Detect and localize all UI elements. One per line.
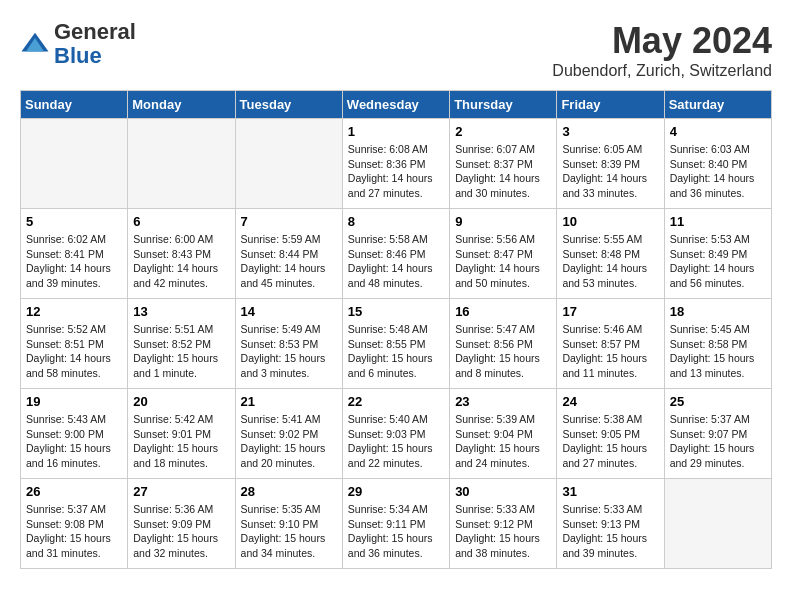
calendar-cell: 15Sunrise: 5:48 AM Sunset: 8:55 PM Dayli… bbox=[342, 299, 449, 389]
day-number: 23 bbox=[455, 394, 551, 409]
cell-info: Sunrise: 5:45 AM Sunset: 8:58 PM Dayligh… bbox=[670, 322, 766, 381]
weekday-header-tuesday: Tuesday bbox=[235, 91, 342, 119]
calendar-cell: 19Sunrise: 5:43 AM Sunset: 9:00 PM Dayli… bbox=[21, 389, 128, 479]
day-number: 8 bbox=[348, 214, 444, 229]
calendar-cell: 5Sunrise: 6:02 AM Sunset: 8:41 PM Daylig… bbox=[21, 209, 128, 299]
calendar-cell: 26Sunrise: 5:37 AM Sunset: 9:08 PM Dayli… bbox=[21, 479, 128, 569]
cell-info: Sunrise: 5:37 AM Sunset: 9:07 PM Dayligh… bbox=[670, 412, 766, 471]
day-number: 30 bbox=[455, 484, 551, 499]
page-header: General Blue May 2024 Dubendorf, Zurich,… bbox=[20, 20, 772, 80]
cell-info: Sunrise: 5:47 AM Sunset: 8:56 PM Dayligh… bbox=[455, 322, 551, 381]
day-number: 31 bbox=[562, 484, 658, 499]
cell-info: Sunrise: 6:08 AM Sunset: 8:36 PM Dayligh… bbox=[348, 142, 444, 201]
day-number: 1 bbox=[348, 124, 444, 139]
calendar-table: SundayMondayTuesdayWednesdayThursdayFrid… bbox=[20, 90, 772, 569]
weekday-header-wednesday: Wednesday bbox=[342, 91, 449, 119]
day-number: 10 bbox=[562, 214, 658, 229]
calendar-cell: 23Sunrise: 5:39 AM Sunset: 9:04 PM Dayli… bbox=[450, 389, 557, 479]
cell-info: Sunrise: 5:53 AM Sunset: 8:49 PM Dayligh… bbox=[670, 232, 766, 291]
calendar-week-2: 5Sunrise: 6:02 AM Sunset: 8:41 PM Daylig… bbox=[21, 209, 772, 299]
calendar-cell: 2Sunrise: 6:07 AM Sunset: 8:37 PM Daylig… bbox=[450, 119, 557, 209]
cell-info: Sunrise: 5:52 AM Sunset: 8:51 PM Dayligh… bbox=[26, 322, 122, 381]
day-number: 28 bbox=[241, 484, 337, 499]
day-number: 2 bbox=[455, 124, 551, 139]
day-number: 27 bbox=[133, 484, 229, 499]
calendar-cell: 12Sunrise: 5:52 AM Sunset: 8:51 PM Dayli… bbox=[21, 299, 128, 389]
logo: General Blue bbox=[20, 20, 136, 68]
day-number: 29 bbox=[348, 484, 444, 499]
day-number: 20 bbox=[133, 394, 229, 409]
calendar-cell: 25Sunrise: 5:37 AM Sunset: 9:07 PM Dayli… bbox=[664, 389, 771, 479]
logo-icon bbox=[20, 29, 50, 59]
calendar-cell: 10Sunrise: 5:55 AM Sunset: 8:48 PM Dayli… bbox=[557, 209, 664, 299]
calendar-cell: 16Sunrise: 5:47 AM Sunset: 8:56 PM Dayli… bbox=[450, 299, 557, 389]
calendar-cell: 9Sunrise: 5:56 AM Sunset: 8:47 PM Daylig… bbox=[450, 209, 557, 299]
day-number: 9 bbox=[455, 214, 551, 229]
day-number: 5 bbox=[26, 214, 122, 229]
weekday-header-row: SundayMondayTuesdayWednesdayThursdayFrid… bbox=[21, 91, 772, 119]
cell-info: Sunrise: 5:42 AM Sunset: 9:01 PM Dayligh… bbox=[133, 412, 229, 471]
logo-general: General bbox=[54, 19, 136, 44]
cell-info: Sunrise: 5:56 AM Sunset: 8:47 PM Dayligh… bbox=[455, 232, 551, 291]
cell-info: Sunrise: 5:33 AM Sunset: 9:12 PM Dayligh… bbox=[455, 502, 551, 561]
cell-info: Sunrise: 5:55 AM Sunset: 8:48 PM Dayligh… bbox=[562, 232, 658, 291]
cell-info: Sunrise: 5:34 AM Sunset: 9:11 PM Dayligh… bbox=[348, 502, 444, 561]
day-number: 19 bbox=[26, 394, 122, 409]
cell-info: Sunrise: 5:36 AM Sunset: 9:09 PM Dayligh… bbox=[133, 502, 229, 561]
day-number: 26 bbox=[26, 484, 122, 499]
calendar-cell: 28Sunrise: 5:35 AM Sunset: 9:10 PM Dayli… bbox=[235, 479, 342, 569]
day-number: 24 bbox=[562, 394, 658, 409]
day-number: 11 bbox=[670, 214, 766, 229]
weekday-header-thursday: Thursday bbox=[450, 91, 557, 119]
calendar-cell: 4Sunrise: 6:03 AM Sunset: 8:40 PM Daylig… bbox=[664, 119, 771, 209]
day-number: 16 bbox=[455, 304, 551, 319]
day-number: 18 bbox=[670, 304, 766, 319]
cell-info: Sunrise: 5:37 AM Sunset: 9:08 PM Dayligh… bbox=[26, 502, 122, 561]
calendar-cell: 3Sunrise: 6:05 AM Sunset: 8:39 PM Daylig… bbox=[557, 119, 664, 209]
cell-info: Sunrise: 5:46 AM Sunset: 8:57 PM Dayligh… bbox=[562, 322, 658, 381]
day-number: 6 bbox=[133, 214, 229, 229]
weekday-header-sunday: Sunday bbox=[21, 91, 128, 119]
cell-info: Sunrise: 5:39 AM Sunset: 9:04 PM Dayligh… bbox=[455, 412, 551, 471]
calendar-cell: 14Sunrise: 5:49 AM Sunset: 8:53 PM Dayli… bbox=[235, 299, 342, 389]
calendar-cell: 17Sunrise: 5:46 AM Sunset: 8:57 PM Dayli… bbox=[557, 299, 664, 389]
weekday-header-monday: Monday bbox=[128, 91, 235, 119]
day-number: 14 bbox=[241, 304, 337, 319]
calendar-cell bbox=[664, 479, 771, 569]
cell-info: Sunrise: 6:00 AM Sunset: 8:43 PM Dayligh… bbox=[133, 232, 229, 291]
calendar-cell: 8Sunrise: 5:58 AM Sunset: 8:46 PM Daylig… bbox=[342, 209, 449, 299]
calendar-cell: 13Sunrise: 5:51 AM Sunset: 8:52 PM Dayli… bbox=[128, 299, 235, 389]
month-title: May 2024 bbox=[552, 20, 772, 62]
location: Dubendorf, Zurich, Switzerland bbox=[552, 62, 772, 80]
calendar-cell bbox=[235, 119, 342, 209]
day-number: 15 bbox=[348, 304, 444, 319]
calendar-cell: 20Sunrise: 5:42 AM Sunset: 9:01 PM Dayli… bbox=[128, 389, 235, 479]
day-number: 25 bbox=[670, 394, 766, 409]
calendar-cell bbox=[21, 119, 128, 209]
cell-info: Sunrise: 5:38 AM Sunset: 9:05 PM Dayligh… bbox=[562, 412, 658, 471]
cell-info: Sunrise: 5:41 AM Sunset: 9:02 PM Dayligh… bbox=[241, 412, 337, 471]
calendar-cell: 22Sunrise: 5:40 AM Sunset: 9:03 PM Dayli… bbox=[342, 389, 449, 479]
day-number: 22 bbox=[348, 394, 444, 409]
calendar-week-3: 12Sunrise: 5:52 AM Sunset: 8:51 PM Dayli… bbox=[21, 299, 772, 389]
calendar-cell: 24Sunrise: 5:38 AM Sunset: 9:05 PM Dayli… bbox=[557, 389, 664, 479]
cell-info: Sunrise: 6:05 AM Sunset: 8:39 PM Dayligh… bbox=[562, 142, 658, 201]
calendar-cell: 6Sunrise: 6:00 AM Sunset: 8:43 PM Daylig… bbox=[128, 209, 235, 299]
day-number: 12 bbox=[26, 304, 122, 319]
calendar-cell bbox=[128, 119, 235, 209]
calendar-cell: 18Sunrise: 5:45 AM Sunset: 8:58 PM Dayli… bbox=[664, 299, 771, 389]
calendar-cell: 29Sunrise: 5:34 AM Sunset: 9:11 PM Dayli… bbox=[342, 479, 449, 569]
cell-info: Sunrise: 5:59 AM Sunset: 8:44 PM Dayligh… bbox=[241, 232, 337, 291]
day-number: 21 bbox=[241, 394, 337, 409]
cell-info: Sunrise: 6:03 AM Sunset: 8:40 PM Dayligh… bbox=[670, 142, 766, 201]
cell-info: Sunrise: 5:40 AM Sunset: 9:03 PM Dayligh… bbox=[348, 412, 444, 471]
calendar-cell: 27Sunrise: 5:36 AM Sunset: 9:09 PM Dayli… bbox=[128, 479, 235, 569]
cell-info: Sunrise: 5:51 AM Sunset: 8:52 PM Dayligh… bbox=[133, 322, 229, 381]
day-number: 4 bbox=[670, 124, 766, 139]
cell-info: Sunrise: 5:35 AM Sunset: 9:10 PM Dayligh… bbox=[241, 502, 337, 561]
logo-blue: Blue bbox=[54, 43, 102, 68]
cell-info: Sunrise: 5:58 AM Sunset: 8:46 PM Dayligh… bbox=[348, 232, 444, 291]
calendar-cell: 1Sunrise: 6:08 AM Sunset: 8:36 PM Daylig… bbox=[342, 119, 449, 209]
weekday-header-saturday: Saturday bbox=[664, 91, 771, 119]
calendar-cell: 7Sunrise: 5:59 AM Sunset: 8:44 PM Daylig… bbox=[235, 209, 342, 299]
